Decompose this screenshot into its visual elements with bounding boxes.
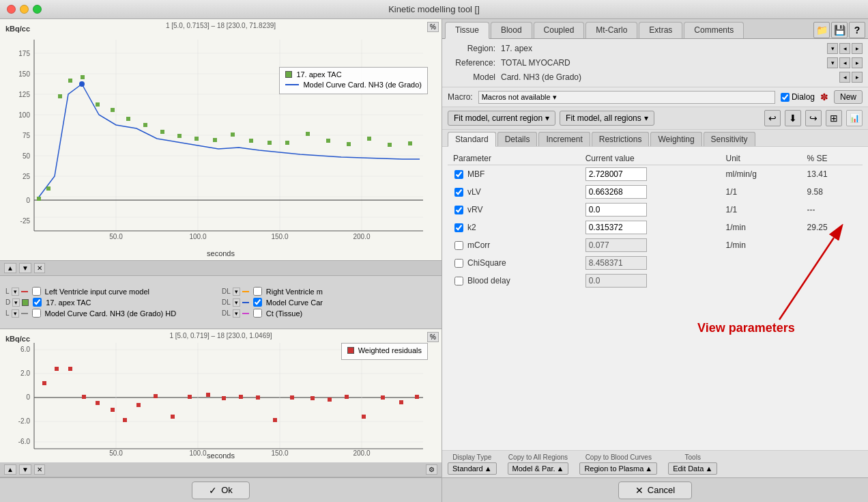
legend-ct-btn[interactable]: ▾	[233, 309, 240, 318]
tab-mt-carlo[interactable]: Mt-Carlo	[585, 22, 637, 38]
model-nav-prev[interactable]: ◂	[839, 72, 850, 83]
copy-all-value[interactable]: Model & Par. ▲	[508, 462, 569, 475]
param-checkbox-mbf[interactable]	[454, 170, 463, 179]
param-checkbox-mcorr[interactable]	[454, 241, 463, 250]
legend-lv-checkbox[interactable]	[32, 287, 41, 296]
legend-model-label: Model Curve Car	[266, 298, 323, 307]
legend-d-btn[interactable]: ▾	[12, 298, 20, 307]
param-checkbox-vrv[interactable]	[454, 206, 463, 214]
tab-tissue[interactable]: Tissue	[445, 22, 489, 39]
legend-collapse-btn[interactable]: ▼	[19, 263, 31, 273]
subtab-increment[interactable]: Increment	[538, 132, 590, 146]
param-se-k2: 29.25	[802, 219, 863, 236]
legend-l-btn[interactable]: ▾	[12, 288, 19, 296]
ref-nav-down[interactable]: ▾	[827, 57, 838, 68]
copy-blood-value[interactable]: Region to Plasma ▲	[579, 462, 657, 475]
param-input-vrv[interactable]	[585, 203, 647, 217]
subtab-details[interactable]: Details	[497, 132, 538, 146]
close-button[interactable]	[7, 5, 16, 14]
subtab-standard[interactable]: Standard	[448, 132, 496, 147]
param-checkbox-blood delay[interactable]	[454, 277, 463, 285]
legend-model-l-btn[interactable]: ▾	[233, 298, 240, 307]
legend-ct-checkbox[interactable]	[253, 309, 262, 318]
minimize-button[interactable]	[20, 5, 29, 14]
folder-icon-btn[interactable]: 📁	[813, 22, 830, 38]
top-chart-x-label: seconds	[207, 249, 235, 257]
legend-apex-label: 17. apex TAC	[46, 298, 91, 307]
window-controls[interactable]	[7, 5, 42, 14]
svg-text:0: 0	[26, 393, 30, 401]
tab-blood[interactable]: Blood	[491, 22, 532, 38]
view-params-btn[interactable]: 📊	[846, 110, 863, 126]
bottom-chart-legend: Weighted residuals	[341, 343, 428, 360]
btm-collapse-btn[interactable]: ▼	[19, 464, 31, 475]
fit-all-btn[interactable]: Fit model, all regions ▾	[560, 111, 654, 126]
svg-rect-48	[326, 139, 330, 143]
subtab-restrictions[interactable]: Restrictions	[592, 132, 650, 146]
legend-hd-checkbox[interactable]	[32, 309, 41, 318]
svg-rect-42	[213, 138, 217, 142]
btm-close-btn[interactable]: ✕	[34, 464, 45, 475]
legend-model-checkbox[interactable]	[253, 298, 262, 307]
param-input-vlv[interactable]	[585, 185, 647, 199]
macro-dropdown[interactable]: Macros not available ▾	[478, 91, 775, 104]
param-checkbox-vlv[interactable]	[454, 188, 463, 197]
window-title: Kinetic modelling tool []	[388, 4, 480, 14]
ref-nav-next[interactable]: ▸	[852, 57, 863, 68]
ok-button[interactable]: ✓ Ok	[192, 482, 250, 499]
param-input-k2[interactable]	[585, 221, 647, 234]
legend-close-btn[interactable]: ✕	[34, 263, 45, 273]
tab-coupled[interactable]: Coupled	[534, 22, 585, 38]
btm-settings-btn[interactable]: ⚙	[426, 464, 437, 475]
legend-apex-checkbox[interactable]	[33, 298, 42, 307]
maximize-button[interactable]	[33, 5, 42, 14]
region-nav-next[interactable]: ▸	[852, 43, 863, 54]
tab-comments[interactable]: Comments	[684, 22, 744, 38]
subtab-weighting[interactable]: Weighting	[650, 132, 701, 146]
table-btn[interactable]: ⊞	[826, 110, 842, 126]
region-nav: ▾ ◂ ▸	[827, 43, 863, 54]
model-nav-next[interactable]: ▸	[852, 72, 863, 83]
col-parameter: Parameter	[448, 152, 580, 165]
dialog-checkbox[interactable]	[781, 93, 790, 102]
bottom-chart-area: kBq/cc 1 [5.0, 0.719] – 18 [230.0, 1.046…	[0, 329, 442, 462]
col-se: % SE	[802, 152, 863, 165]
display-type-label: Display Type	[452, 454, 491, 461]
svg-text:100.0: 100.0	[189, 449, 206, 457]
param-checkbox-chisquare[interactable]	[454, 259, 463, 268]
redo-btn[interactable]: ↪	[805, 110, 822, 126]
param-input-chisquare[interactable]	[585, 256, 647, 270]
legend-rv-l-btn[interactable]: ▾	[233, 288, 240, 296]
param-name-mcorr: mCorr	[467, 240, 490, 250]
undo-btn[interactable]: ↩	[764, 110, 781, 126]
fit-current-btn[interactable]: Fit model, current region ▾	[448, 111, 555, 126]
param-se-vrv: ---	[802, 201, 863, 219]
param-input-mcorr[interactable]	[585, 238, 647, 252]
svg-rect-31	[46, 186, 50, 191]
region-nav-down[interactable]: ▾	[827, 43, 838, 54]
param-input-mbf[interactable]	[585, 167, 647, 181]
svg-rect-90	[310, 396, 315, 400]
tab-extras[interactable]: Extras	[639, 22, 682, 38]
region-nav-prev[interactable]: ◂	[839, 43, 850, 54]
tools-value[interactable]: Edit Data ▲	[668, 462, 717, 475]
param-input-blood delay[interactable]	[585, 274, 647, 288]
svg-text:50: 50	[23, 152, 31, 160]
dialog-checkbox-label: Dialog	[781, 92, 815, 102]
subtab-sensitivity[interactable]: Sensitivity	[704, 132, 755, 146]
fit-current-label: Fit model, current region	[454, 113, 542, 123]
btm-expand-btn[interactable]: ▲	[4, 464, 16, 475]
save-icon-btn[interactable]: 💾	[831, 22, 848, 38]
new-button[interactable]: New	[834, 90, 863, 104]
legend-rv-checkbox[interactable]	[253, 287, 262, 296]
download-btn[interactable]: ⬇	[785, 110, 801, 126]
help-icon-btn[interactable]: ?	[849, 22, 865, 38]
legend-item-ct: DL ▾ Ct (Tissue)	[222, 309, 436, 318]
legend-expand-btn[interactable]: ▲	[4, 263, 16, 273]
legend-hd-btn[interactable]: ▾	[12, 309, 19, 318]
param-checkbox-k2[interactable]	[454, 223, 463, 232]
display-type-value[interactable]: Standard ▲	[448, 462, 497, 475]
ref-nav-prev[interactable]: ◂	[839, 57, 850, 68]
svg-text:100: 100	[18, 111, 30, 119]
cancel-button[interactable]: ✕ Cancel	[618, 482, 692, 499]
